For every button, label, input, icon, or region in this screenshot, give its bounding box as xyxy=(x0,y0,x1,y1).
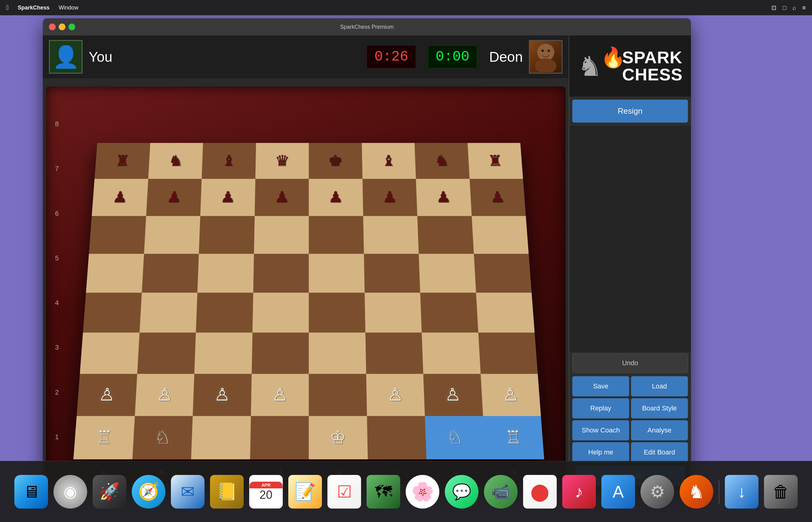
cell-a8[interactable]: ♜ xyxy=(95,143,150,179)
app-menu-sparkchess[interactable]: SparkChess xyxy=(18,5,49,11)
undo-button[interactable]: Undo xyxy=(572,353,688,373)
cell-c5[interactable] xyxy=(198,254,254,293)
cell-a7[interactable]: ♟ xyxy=(92,179,148,216)
cell-d1[interactable] xyxy=(250,416,309,459)
cell-a1[interactable]: ♖ xyxy=(73,416,135,459)
help-me-button[interactable]: Help me xyxy=(572,442,629,462)
dock-item-appstore[interactable]: A xyxy=(601,475,635,508)
cell-h1[interactable]: ♖ xyxy=(483,416,544,459)
cell-c7[interactable]: ♟ xyxy=(200,179,255,216)
cell-g7[interactable]: ♟ xyxy=(416,179,471,216)
menu-window[interactable]: Window xyxy=(59,5,78,11)
cell-d3[interactable] xyxy=(252,333,309,374)
display-icon[interactable]: □ xyxy=(783,4,786,11)
fullscreen-button[interactable] xyxy=(68,23,75,30)
cell-h3[interactable] xyxy=(478,333,538,374)
cell-e1[interactable]: ♔ xyxy=(309,416,368,459)
cell-f3[interactable] xyxy=(365,333,423,374)
cell-d7[interactable]: ♟ xyxy=(255,179,309,216)
cell-g2[interactable]: ♙ xyxy=(423,374,483,416)
dock-item-finder[interactable]: 🖥 xyxy=(14,475,48,508)
board-container[interactable]: 8 7 6 5 4 3 2 1 ♜ xyxy=(43,78,569,492)
dock-item-rocket[interactable]: 🚀 xyxy=(93,475,126,508)
cell-b1[interactable]: ♘ xyxy=(132,416,193,459)
dock-item-systemprefs[interactable]: ⚙ xyxy=(640,475,674,508)
cell-h7[interactable]: ♟ xyxy=(470,179,526,216)
resign-button[interactable]: Resign xyxy=(572,100,688,123)
cell-d5[interactable] xyxy=(253,254,309,293)
analyse-button[interactable]: Analyse xyxy=(631,420,688,440)
cell-c6[interactable] xyxy=(199,216,254,254)
cell-c3[interactable] xyxy=(195,333,253,374)
control-center-icon[interactable]: ≡ xyxy=(802,4,806,11)
dock-item-notes[interactable]: 📝 xyxy=(288,475,322,508)
minimize-button[interactable] xyxy=(59,23,65,30)
load-button[interactable]: Load xyxy=(631,376,688,396)
cell-b6[interactable] xyxy=(144,216,200,254)
cell-f2[interactable]: ♙ xyxy=(366,374,425,416)
dock-item-siri[interactable]: ◉ xyxy=(54,475,87,508)
cell-b4[interactable] xyxy=(139,293,198,333)
cell-a3[interactable] xyxy=(80,333,139,374)
cell-c4[interactable] xyxy=(196,293,253,333)
cell-c1[interactable] xyxy=(191,416,251,459)
cell-e2[interactable] xyxy=(309,374,367,416)
dock-item-downloads[interactable]: ↓ xyxy=(725,475,758,508)
cell-h8[interactable]: ♜ xyxy=(468,143,523,179)
apple-menu[interactable]:  xyxy=(6,4,8,12)
cell-f5[interactable] xyxy=(364,254,420,293)
cell-a5[interactable] xyxy=(86,254,144,293)
cell-f1[interactable] xyxy=(367,416,427,459)
cell-a4[interactable] xyxy=(83,293,142,333)
cell-e8[interactable]: ♚ xyxy=(309,143,362,179)
cell-c8[interactable]: ♝ xyxy=(202,143,256,179)
cell-e7[interactable]: ♟ xyxy=(309,179,363,216)
edit-board-button[interactable]: Edit Board xyxy=(631,442,688,462)
cell-h4[interactable] xyxy=(476,293,535,333)
cell-g6[interactable] xyxy=(417,216,474,254)
cell-h5[interactable] xyxy=(474,254,531,293)
chess-board[interactable]: ♜ ♞ ♝ ♛ ♚ ♝ ♞ xyxy=(73,143,544,459)
dock-item-trash[interactable]: 🗑 xyxy=(764,475,798,508)
cell-e4[interactable] xyxy=(309,293,365,333)
dock-item-news[interactable]: ⬤ xyxy=(523,475,557,508)
cell-d2[interactable]: ♙ xyxy=(251,374,309,416)
search-icon[interactable]: ⌕ xyxy=(792,4,796,11)
cell-e5[interactable] xyxy=(309,254,364,293)
dock-item-calendar[interactable]: APR 20 xyxy=(249,475,283,508)
cell-d6[interactable] xyxy=(254,216,309,254)
cell-c2[interactable]: ♙ xyxy=(193,374,251,416)
cell-g8[interactable]: ♞ xyxy=(415,143,470,179)
dock-item-notefile[interactable]: 📒 xyxy=(210,475,244,508)
dock-item-maps[interactable]: 🗺 xyxy=(367,475,400,508)
cast-icon[interactable]: ⊡ xyxy=(771,4,776,11)
dock-item-photos[interactable]: 🌸 xyxy=(406,475,439,508)
cell-f6[interactable] xyxy=(363,216,418,254)
dock-item-messages[interactable]: 💬 xyxy=(445,475,478,508)
show-coach-button[interactable]: Show Coach xyxy=(572,420,629,440)
cell-e3[interactable] xyxy=(309,333,366,374)
cell-b7[interactable]: ♟ xyxy=(146,179,202,216)
board-style-button[interactable]: Board Style xyxy=(631,398,688,418)
replay-button[interactable]: Replay xyxy=(572,398,629,418)
cell-d8[interactable]: ♛ xyxy=(255,143,309,179)
cell-g1[interactable]: ♘ xyxy=(425,416,486,459)
cell-a6[interactable] xyxy=(89,216,146,254)
cell-b5[interactable] xyxy=(142,254,199,293)
cell-h6[interactable] xyxy=(471,216,529,254)
dock-item-airmail[interactable]: ✉ xyxy=(171,475,204,508)
cell-f4[interactable] xyxy=(364,293,421,333)
cell-b8[interactable]: ♞ xyxy=(148,143,203,179)
cell-e6[interactable] xyxy=(309,216,364,254)
cell-g5[interactable] xyxy=(419,254,476,293)
cell-h2[interactable]: ♙ xyxy=(481,374,541,416)
cell-b2[interactable]: ♙ xyxy=(135,374,195,416)
dock-item-sparkchess[interactable]: ♞ xyxy=(680,475,713,508)
dock-item-reminders[interactable]: ☑ xyxy=(328,475,361,508)
dock-item-music[interactable]: ♪ xyxy=(562,475,596,508)
cell-f8[interactable]: ♝ xyxy=(362,143,416,179)
close-button[interactable] xyxy=(49,23,56,30)
dock-item-safari[interactable]: 🧭 xyxy=(132,475,165,508)
save-button[interactable]: Save xyxy=(572,376,629,396)
cell-b3[interactable] xyxy=(137,333,196,374)
